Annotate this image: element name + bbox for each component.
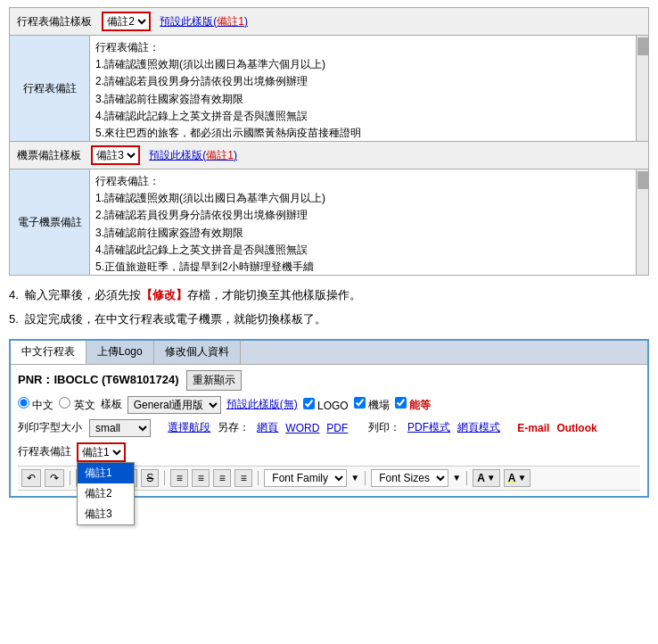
itinerary-note-1: 1.請確認護照效期(須以出國日為基準六個月以上) [95,56,630,73]
itinerary-note-4: 4.請確認此記錄上之英文拼音是否與護照無誤 [95,108,630,125]
font-color-label: A [477,472,485,484]
airport-checkbox[interactable] [354,397,366,409]
itinerary-body-row: 行程表備註 行程表備註： 1.請確認護照效期(須以出國日為基準六個月以上) 2.… [10,36,649,142]
ticket-note-5: 5.正值旅遊旺季，請提早到2小時辦理登機手續 [95,259,630,271]
ticket-header-label: 機票備註樣板 [17,149,81,161]
airport-checkbox-wrapper[interactable]: 機場 [354,397,390,413]
tab-bar: 中文行程表 上傳Logo 修改個人資料 [11,341,647,365]
toolbar-sep-3 [258,471,259,485]
ticket-body-row: 電子機票備註 行程表備註： 1.請確認護照效期(須以出國日為基準六個月以上) 2… [10,169,649,276]
ticket-scrollbar-thumb [637,171,648,189]
footnote-dropdown-item-1[interactable]: 備註1 [78,463,134,483]
instr-text-5: 設定完成後，在中文行程表或電子機票，就能切換樣板了。 [25,312,326,326]
font-size-arrow: ▼ [452,473,461,483]
instr-text-4b: 存檔，才能切換至其他樣版操作。 [187,288,361,301]
pnr-row: PNR：IBOCLC (T6W8101724) 重新顯示 [18,370,640,391]
align-center-button[interactable]: ≡ [192,469,210,487]
logo-checkbox[interactable] [303,398,315,409]
print-size-select[interactable]: small medium large [89,419,151,437]
ticket-select[interactable]: 備註1 備註2 備註3 [93,147,138,163]
font-color-arrow: ▼ [487,473,496,483]
outlook-link[interactable]: Outlook [556,422,596,434]
redo-button[interactable]: ↷ [45,469,64,487]
itinerary-preset-link[interactable]: 預設此樣版(備註1) [160,15,248,28]
ticket-preset-link[interactable]: 預設此樣版(備註1) [149,149,237,161]
font-color-button[interactable]: A ▼ [473,469,500,487]
align-right-button[interactable]: ≡ [213,469,231,487]
pnr-label: PNR：IBOCLC (T6W8101724) [18,372,179,388]
instr-highlight-4: 【修改】 [141,288,187,301]
email-link[interactable]: E-mail [517,422,549,434]
bold-checkbox[interactable] [395,397,407,409]
refresh-button[interactable]: 重新顯示 [186,370,242,391]
font-family-arrow: ▼ [350,473,359,483]
lang-en-label: 英文 [74,399,95,411]
ticket-note-1: 1.請確認護照效期(須以出國日為基準六個月以上) [95,190,630,207]
itinerary-notes-title: 行程表備註： [95,39,630,56]
bg-color-button[interactable]: A ▼ [504,469,531,487]
tab-profile[interactable]: 修改個人資料 [154,341,241,364]
bottom-tab-section: 中文行程表 上傳Logo 修改個人資料 PNR：IBOCLC (T6W81017… [9,339,649,498]
pdf-mode-link[interactable]: PDF模式 [407,420,450,435]
print-label: 列印： [368,420,400,435]
logo-label: LOGO [317,400,349,412]
instr-num-5: 5. [9,312,19,326]
others-label: 另存： [218,420,250,435]
lang-zh[interactable]: 中文 [18,397,53,413]
itinerary-header-row: 行程表備註樣板 備註1 備註2 備註3 預設此樣版(備註1) [10,8,649,36]
main-container: 行程表備註樣板 備註1 備註2 備註3 預設此樣版(備註1) 行程表備註 [0,0,658,505]
template-label: 樣板 [101,397,122,412]
strikethrough-button[interactable]: S [141,469,159,487]
itinerary-notes-block: 行程表備註： 1.請確認護照效期(須以出國日為基準六個月以上) 2.請確認若員役… [95,39,630,137]
tab-logo[interactable]: 上傳Logo [86,341,154,364]
footnote-dropdown-container[interactable]: 備註1 備註2 備註3 備註1 備註2 備註3 [77,442,126,462]
logo-checkbox-wrapper[interactable]: LOGO [303,398,349,412]
itinerary-note-3: 3.請確認前往國家簽證有效期限 [95,91,630,108]
ticket-notes-title: 行程表備註： [95,173,630,190]
footnote-row: 行程表備註 備註1 備註2 備註3 備註1 備註2 備註3 [18,442,640,462]
preset-none-link[interactable]: 預設此樣版(無) [226,397,298,412]
lang-en-radio[interactable] [59,397,70,409]
template-select[interactable]: General通用版 [127,396,221,414]
tab-content: PNR：IBOCLC (T6W8101724) 重新顯示 中文 英文 樣板 Ge… [11,365,647,496]
footnote-select[interactable]: 備註1 備註2 備註3 [78,444,124,460]
ticket-notes-block: 行程表備註： 1.請確認護照效期(須以出國日為基準六個月以上) 2.請確認若員役… [95,173,630,271]
itinerary-header-label: 行程表備註樣板 [17,15,92,28]
toolbar-sep-2 [164,471,165,485]
web-mode-link[interactable]: 網頁模式 [457,420,500,435]
bold-checkbox-wrapper[interactable]: 能等 [395,397,431,413]
airport-label: 機場 [368,399,390,411]
route-link[interactable]: 選擇航段 [168,420,210,435]
web-link[interactable]: 網頁 [257,420,278,435]
align-justify-button[interactable]: ≡ [234,469,252,487]
bg-color-label: A [508,472,516,484]
ticket-header-row: 機票備註樣板 備註1 備註2 備註3 預設此樣版(備註1) [10,142,649,169]
itinerary-scrollbar-thumb [637,37,648,55]
font-family-select[interactable]: Font Family [264,469,347,487]
footnote-select-wrapper[interactable]: 備註1 備註2 備註3 [77,442,126,462]
footnote-dropdown-item-3[interactable]: 備註3 [78,504,134,524]
toolbar-sep-4 [365,471,366,485]
font-size-select[interactable]: Font Sizes [371,469,448,487]
lang-zh-radio[interactable] [18,397,29,409]
pdf-link[interactable]: PDF [326,422,348,434]
undo-button[interactable]: ↶ [21,469,41,487]
lang-en[interactable]: 英文 [59,397,95,413]
bg-color-arrow: ▼ [517,473,526,483]
options-row: 中文 英文 樣板 General通用版 預設此樣版(無) LOGO 機場 能等 [18,396,640,414]
footnote-dropdown-item-2[interactable]: 備註2 [78,483,134,504]
itinerary-select-wrapper[interactable]: 備註1 備註2 備註3 [102,12,151,31]
instruction-4: 4. 輸入完畢後，必須先按【修改】存檔，才能切換至其他樣版操作。 [9,285,649,305]
instructions-block: 4. 輸入完畢後，必須先按【修改】存檔，才能切換至其他樣版操作。 5. 設定完成… [9,285,649,330]
print-size-label: 列印字型大小 [18,420,82,435]
ticket-select-wrapper[interactable]: 備註1 備註2 備註3 [91,145,140,165]
tab-itinerary[interactable]: 中文行程表 [11,341,86,364]
align-left-button[interactable]: ≡ [170,469,188,487]
instr-num-4: 4. [9,288,19,301]
itinerary-select[interactable]: 備註1 備註2 備註3 [103,13,149,29]
ticket-scrollbar[interactable] [637,169,649,276]
itinerary-body-content: 行程表備註： 1.請確認護照效期(須以出國日為基準六個月以上) 2.請確認若員役… [90,36,637,142]
itinerary-scrollbar[interactable] [637,36,649,142]
word-link[interactable]: WORD [285,422,319,434]
ticket-body-content: 行程表備註： 1.請確認護照效期(須以出國日為基準六個月以上) 2.請確認若員役… [90,169,637,276]
